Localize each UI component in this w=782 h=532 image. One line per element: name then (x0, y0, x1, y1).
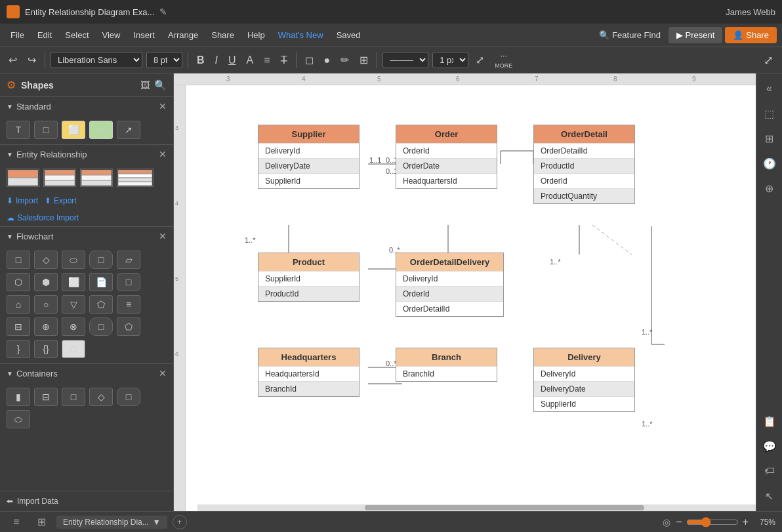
layers-icon[interactable]: ⊕ (760, 178, 779, 198)
fc-pentagon[interactable]: ⬠ (117, 317, 140, 336)
feature-find-btn[interactable]: 🔍 Feature Find (594, 28, 666, 43)
undo-button[interactable]: ↩ (5, 52, 20, 68)
salesforce-import-button[interactable]: ☁ Salesforce Import (7, 213, 79, 222)
cont-swimlane[interactable]: ⊟ (34, 388, 58, 406)
export-button[interactable]: ⬆ Export (45, 196, 77, 205)
fc-lines[interactable]: ≡ (117, 295, 140, 314)
menu-arrange[interactable]: Arrange (163, 28, 203, 43)
rect-shape[interactable]: □ (34, 121, 58, 139)
transform-button[interactable]: ⤢ (472, 52, 487, 68)
table-icon[interactable]: ⊞ (760, 129, 779, 148)
format-panel-icon[interactable]: ⬚ (760, 104, 779, 123)
fc-brace2[interactable]: {} (34, 340, 58, 358)
menu-file[interactable]: File (5, 28, 30, 43)
fc-process[interactable]: ▱ (117, 251, 140, 269)
import-data-button[interactable]: ⬅ Import Data (0, 491, 173, 511)
align-button[interactable]: ≡ (260, 52, 273, 68)
zoom-out-button[interactable]: − (676, 516, 682, 528)
standard-section-header[interactable]: ▼ Standard ✕ (0, 96, 173, 115)
fc-triangle[interactable]: ▽ (62, 295, 85, 314)
italic-button[interactable]: I (212, 52, 221, 68)
chat-icon[interactable]: 💬 (760, 436, 779, 456)
er-shape-4[interactable] (117, 169, 154, 187)
fc-note[interactable]: □ (62, 340, 85, 358)
menu-insert[interactable]: Insert (128, 28, 160, 43)
cont-oval[interactable]: ⬭ (7, 410, 30, 428)
font-size-select[interactable]: 8 pt 10 pt 12 pt (146, 52, 182, 68)
search-icon[interactable]: 🔍 (154, 79, 167, 91)
text-shape[interactable]: T (7, 121, 30, 139)
stroke-width-select[interactable]: 1 px 2 px 3 px (432, 52, 468, 68)
fc-plus[interactable]: ⊕ (34, 317, 58, 336)
diagram-tab[interactable]: Entity Relationship Dia... ▼ (56, 516, 167, 529)
fc-roundrect2[interactable]: □ (89, 317, 113, 336)
product-entity[interactable]: Product SupplierId ProductId (258, 253, 360, 302)
list-view-icon[interactable]: ≡ (7, 512, 26, 532)
import-button[interactable]: ⬇ Import (7, 196, 38, 205)
fc-trapezoid[interactable]: ⌂ (7, 295, 30, 314)
er-shape-1[interactable] (7, 169, 39, 187)
add-diagram-button[interactable]: + (173, 515, 187, 529)
er-shape-3[interactable] (80, 169, 113, 187)
menu-help[interactable]: Help (242, 28, 270, 43)
horizontal-scrollbar-thumb[interactable] (365, 505, 644, 510)
fc-rounded[interactable]: □ (89, 251, 113, 269)
order-detail-entity[interactable]: OrderDetail OrderDetailId ProductId Orde… (533, 125, 635, 204)
cursor-icon[interactable]: ↖ (760, 486, 779, 506)
odd-entity[interactable]: OrderDetailDelivery DeliveryId OrderId O… (396, 253, 504, 317)
headquarters-entity[interactable]: Headquarters HeadquartersId BranchId (258, 348, 360, 397)
fc-diamond[interactable]: ◇ (34, 251, 58, 269)
diagram-canvas[interactable]: 1..1 0..1 0..1 1..* 0..* 1..* 1..* 1..1 … (186, 85, 756, 511)
fc-cross[interactable]: ⊗ (62, 317, 85, 336)
image-icon[interactable]: 🖼 (140, 79, 150, 91)
cont-rect[interactable]: □ (62, 388, 85, 406)
cont-diamond[interactable]: ◇ (89, 388, 113, 406)
container-shape[interactable]: ▭ (89, 121, 113, 139)
flowchart-close-icon[interactable]: ✕ (159, 231, 167, 241)
bold-button[interactable]: B (194, 52, 208, 68)
fullscreen-button[interactable]: ⤢ (760, 51, 777, 70)
fc-shield[interactable]: ⬠ (89, 295, 113, 314)
line-color-button[interactable]: ✏ (337, 52, 352, 68)
containers-close-icon[interactable]: ✕ (159, 368, 167, 379)
grid-view-icon[interactable]: ⊞ (31, 512, 51, 532)
fill-color-button[interactable]: ● (321, 52, 334, 68)
er-shape-2[interactable] (43, 169, 76, 187)
font-family-select[interactable]: Liberation Sans Arial Times New Roman (51, 52, 142, 68)
collapse-right-icon[interactable]: « (760, 79, 779, 98)
fill-button[interactable]: ◻ (302, 52, 317, 68)
flowchart-section-header[interactable]: ▼ Flowchart ✕ (0, 226, 173, 245)
format-button[interactable]: ⊞ (356, 52, 371, 68)
delivery-entity[interactable]: Delivery DeliveryId DeliveryDate Supplie… (533, 348, 635, 412)
fc-document[interactable]: 📄 (89, 273, 113, 291)
er-section-header[interactable]: ▼ Entity Relationship ✕ (0, 144, 173, 163)
clock-icon[interactable]: 🕐 (760, 153, 779, 173)
tag-icon[interactable]: 🏷 (760, 461, 779, 481)
zoom-slider[interactable] (686, 517, 739, 527)
book-icon[interactable]: 📋 (760, 411, 779, 431)
branch-entity[interactable]: Branch BranchId (396, 348, 497, 382)
note-shape[interactable]: ⬜ (62, 121, 85, 139)
redo-button[interactable]: ↪ (24, 52, 39, 68)
fc-oval[interactable]: ⬭ (62, 251, 85, 269)
more-button[interactable]: ··· MORE (491, 49, 516, 72)
order-entity[interactable]: Order OrderId OrderDate HeadquartersId (396, 125, 497, 189)
edit-title-icon[interactable]: ✎ (159, 7, 167, 17)
dropdown-icon[interactable]: ▼ (153, 518, 161, 527)
menu-edit[interactable]: Edit (32, 28, 57, 43)
menu-share[interactable]: Share (206, 28, 239, 43)
canvas-area[interactable]: 3 4 5 6 7 8 9 3 4 5 6 (174, 73, 756, 511)
cont-rounded[interactable]: □ (117, 388, 140, 406)
share-button[interactable]: 👤 Share (725, 27, 777, 43)
menu-whats-new[interactable]: What's New (273, 28, 329, 43)
supplier-entity[interactable]: Supplier DeliveryId DeliveryDate Supplie… (258, 125, 360, 189)
fc-list[interactable]: ⊟ (7, 317, 30, 336)
er-close-icon[interactable]: ✕ (159, 149, 167, 159)
fc-cylinder[interactable]: ⬜ (62, 273, 85, 291)
menu-select[interactable]: Select (60, 28, 94, 43)
fc-roundrect[interactable]: □ (117, 273, 140, 291)
zoom-in-button[interactable]: + (743, 516, 749, 528)
menu-view[interactable]: View (97, 28, 126, 43)
containers-section-header[interactable]: ▼ Containers ✕ (0, 363, 173, 382)
fc-manual[interactable]: ⬡ (7, 273, 30, 291)
